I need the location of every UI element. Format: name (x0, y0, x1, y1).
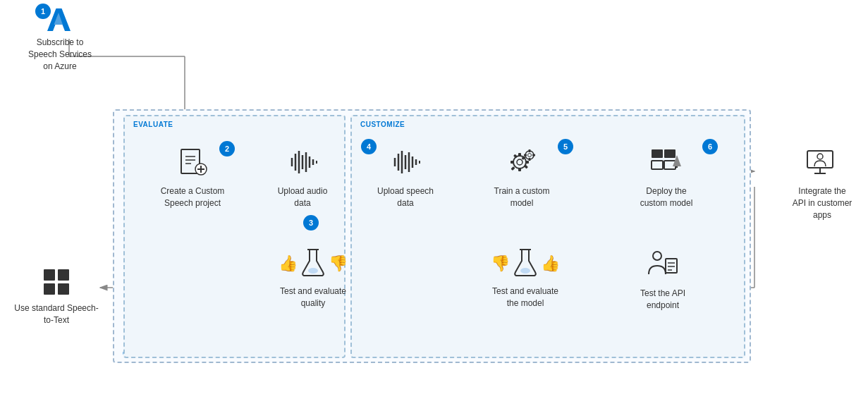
thumbs-up-icon: 👍 (279, 254, 298, 273)
badge-2: 2 (219, 141, 235, 156)
svg-point-65 (520, 268, 530, 274)
badge-6: 6 (702, 139, 718, 154)
train-model-icon (504, 145, 539, 180)
svg-rect-56 (511, 166, 515, 171)
standard-stt-node: Use standard Speech-to-Text (14, 268, 99, 326)
svg-point-79 (817, 154, 823, 159)
svg-rect-54 (513, 154, 518, 159)
flask-icon (300, 247, 326, 280)
badge-5: 5 (558, 139, 573, 154)
step6b-label: Test the APIendpoint (640, 288, 685, 312)
svg-rect-81 (58, 269, 69, 281)
svg-rect-61 (529, 158, 531, 161)
integrate-api-icon (805, 145, 840, 180)
svg-point-38 (308, 268, 318, 274)
deploy-model-icon (649, 145, 684, 180)
step6-node: Deploy thecustom model 6 (628, 145, 705, 209)
step6b-node: Test the APIendpoint (621, 247, 705, 312)
svg-point-49 (517, 159, 522, 165)
step2-node: Create a CustomSpeech project 2 (154, 145, 231, 209)
svg-rect-68 (652, 161, 663, 169)
svg-rect-69 (664, 161, 676, 169)
standard-stt-icon (42, 268, 71, 298)
thumbs-up-icon-2: 👍 (541, 254, 560, 273)
svg-point-59 (528, 154, 532, 157)
svg-point-71 (653, 252, 661, 260)
flask-icon-2 (513, 247, 538, 280)
svg-rect-51 (518, 168, 521, 171)
step4-node: Upload speechdata 4 (367, 145, 444, 209)
create-project-icon (175, 145, 210, 180)
step5b-label: Test and evaluatethe model (492, 286, 558, 309)
svg-rect-60 (529, 149, 531, 152)
thumbs-down-icon-2: 👎 (491, 254, 510, 273)
upload-speech-icon (388, 145, 423, 180)
step3b-label: Test and evaluatequality (280, 286, 346, 309)
final-step-label: Integrate theAPI in customerapps (793, 185, 852, 221)
svg-rect-67 (664, 149, 676, 158)
evaluate-label: EVALUATE (133, 121, 173, 128)
svg-rect-53 (525, 161, 529, 164)
step5-node: Train a custommodel 5 (483, 145, 561, 209)
azure-start-node: Subscribe toSpeech Serviceson Azure 1 (14, 7, 106, 72)
badge-3: 3 (303, 215, 319, 231)
step3b-node: 👍 👎 Test and evaluatequality (264, 247, 362, 309)
standard-stt-label: Use standard Speech-to-Text (14, 302, 99, 326)
customize-label: CUSTOMIZE (360, 121, 405, 128)
svg-rect-66 (652, 149, 663, 158)
svg-rect-62 (524, 154, 527, 156)
svg-rect-80 (44, 269, 55, 281)
step2-label: Create a CustomSpeech project (161, 185, 225, 209)
svg-rect-63 (532, 154, 535, 156)
test-api-icon (645, 247, 680, 282)
final-step-node: Integrate theAPI in customerapps (783, 145, 861, 221)
step3-audio-node: Upload audiodata (264, 145, 341, 209)
diagram-container: Subscribe toSpeech Serviceson Azure 1 CU… (0, 0, 868, 399)
step5-label: Train a custommodel (494, 185, 550, 209)
upload-audio-icon (285, 145, 320, 180)
badge-4: 4 (361, 139, 377, 154)
step3-label: Upload audiodata (278, 185, 328, 209)
step4-label: Upload speechdata (377, 185, 434, 209)
step5b-node: 👎 👍 Test and evaluatethe model (472, 247, 578, 309)
svg-rect-83 (58, 283, 69, 295)
badge-1: 1 (35, 4, 51, 19)
thumbs-down-icon: 👎 (329, 254, 348, 273)
svg-rect-50 (518, 153, 521, 156)
svg-rect-82 (44, 283, 55, 295)
step6-label: Deploy thecustom model (640, 185, 693, 209)
step1-label: Subscribe toSpeech Serviceson Azure (28, 37, 92, 72)
svg-rect-52 (511, 161, 514, 164)
svg-rect-72 (666, 259, 677, 273)
